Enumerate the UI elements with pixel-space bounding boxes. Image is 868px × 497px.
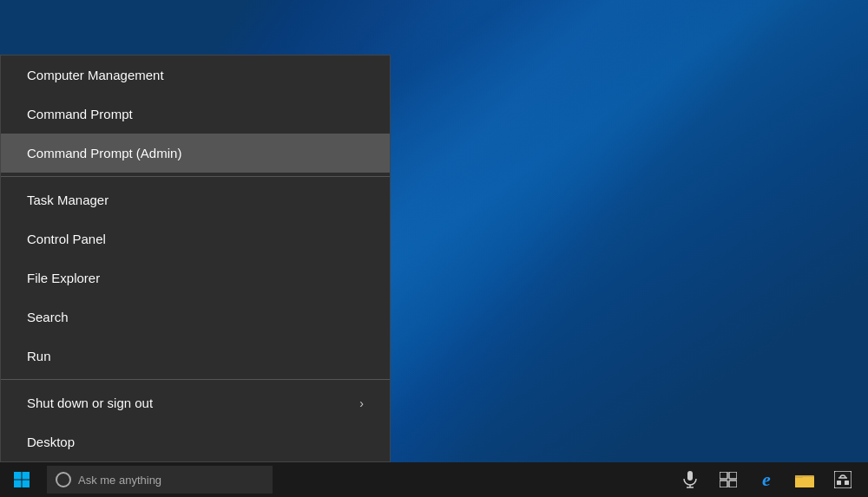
svg-rect-13 [795,475,803,478]
svg-rect-10 [729,481,737,487]
menu-item-control-panel[interactable]: Control Panel [1,219,390,258]
search-placeholder-text: Ask me anything [78,474,161,487]
file-explorer-icon[interactable] [788,462,821,497]
menu-item-run[interactable]: Run [1,337,390,376]
context-menu: Computer Management Command Prompt Comma… [0,55,391,462]
search-circle-icon [56,472,71,487]
svg-rect-16 [837,481,841,485]
taskbar: Ask me anything [0,462,868,497]
svg-rect-0 [14,472,22,480]
menu-divider-2 [1,379,390,380]
task-view-button[interactable] [712,462,745,497]
svg-rect-14 [834,471,852,488]
desktop: Computer Management Command Prompt Comma… [0,0,868,497]
menu-item-command-prompt[interactable]: Command Prompt [1,95,390,134]
svg-rect-8 [729,472,737,479]
submenu-arrow-icon: › [359,396,364,410]
taskbar-search-bar[interactable]: Ask me anything [47,466,273,494]
svg-rect-7 [720,472,727,479]
svg-rect-1 [23,472,30,480]
menu-item-task-manager[interactable]: Task Manager [1,180,390,219]
windows-store-icon[interactable] [826,462,859,497]
windows-logo-icon [14,472,30,487]
svg-rect-17 [845,481,849,485]
menu-divider-1 [1,176,390,177]
menu-item-search[interactable]: Search [1,298,390,337]
svg-rect-12 [795,477,814,487]
microphone-icon[interactable] [674,462,707,497]
taskbar-icons: e [674,462,868,497]
menu-item-command-prompt-admin[interactable]: Command Prompt (Admin) [1,134,390,173]
svg-rect-4 [687,471,693,481]
svg-rect-3 [23,481,30,488]
menu-item-file-explorer[interactable]: File Explorer [1,258,390,298]
edge-browser-icon[interactable]: e [750,462,783,497]
menu-item-shut-down[interactable]: Shut down or sign out › [1,383,390,422]
start-button[interactable] [0,462,43,497]
menu-item-computer-management[interactable]: Computer Management [1,56,390,95]
svg-rect-9 [720,481,727,487]
svg-rect-2 [14,481,22,488]
menu-item-desktop[interactable]: Desktop [1,422,390,461]
